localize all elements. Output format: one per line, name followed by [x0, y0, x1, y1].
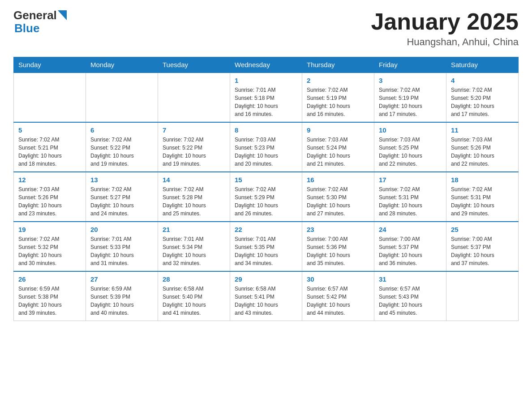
- day-cell: 30Sunrise: 6:57 AM Sunset: 5:42 PM Dayli…: [302, 271, 374, 321]
- day-info: Sunrise: 6:57 AM Sunset: 5:42 PM Dayligh…: [307, 285, 369, 317]
- col-saturday: Saturday: [446, 57, 519, 73]
- day-cell: [446, 271, 519, 321]
- day-number: 1: [235, 77, 297, 84]
- day-number: 31: [379, 275, 442, 283]
- day-info: Sunrise: 6:57 AM Sunset: 5:43 PM Dayligh…: [379, 285, 442, 317]
- day-info: Sunrise: 7:02 AM Sunset: 5:29 PM Dayligh…: [235, 185, 297, 218]
- header-row: Sunday Monday Tuesday Wednesday Thursday…: [14, 57, 519, 73]
- col-monday: Monday: [86, 57, 158, 73]
- day-cell: 20Sunrise: 7:01 AM Sunset: 5:33 PM Dayli…: [86, 222, 158, 271]
- day-number: 15: [235, 176, 297, 184]
- day-number: 14: [163, 176, 225, 184]
- day-info: Sunrise: 7:02 AM Sunset: 5:22 PM Dayligh…: [90, 136, 153, 168]
- logo-triangle-icon: [58, 10, 67, 20]
- col-tuesday: Tuesday: [158, 57, 230, 73]
- day-info: Sunrise: 7:03 AM Sunset: 5:26 PM Dayligh…: [451, 136, 514, 168]
- day-number: 22: [235, 226, 297, 233]
- day-info: Sunrise: 7:01 AM Sunset: 5:35 PM Dayligh…: [235, 235, 297, 267]
- day-number: 18: [451, 176, 514, 184]
- day-info: Sunrise: 6:59 AM Sunset: 5:38 PM Dayligh…: [18, 285, 81, 317]
- day-info: Sunrise: 7:00 AM Sunset: 5:37 PM Dayligh…: [379, 235, 442, 267]
- day-info: Sunrise: 7:03 AM Sunset: 5:23 PM Dayligh…: [235, 136, 297, 168]
- day-info: Sunrise: 7:00 AM Sunset: 5:36 PM Dayligh…: [307, 235, 369, 267]
- day-number: 5: [18, 126, 81, 134]
- calendar-body: 1Sunrise: 7:01 AM Sunset: 5:18 PM Daylig…: [14, 73, 519, 321]
- day-cell: 28Sunrise: 6:58 AM Sunset: 5:40 PM Dayli…: [158, 271, 230, 321]
- day-cell: [158, 73, 230, 122]
- day-number: 11: [451, 126, 514, 134]
- day-number: 2: [307, 77, 369, 84]
- day-number: 23: [307, 226, 369, 233]
- day-number: 16: [307, 176, 369, 184]
- day-number: 25: [451, 226, 514, 233]
- day-number: 26: [18, 275, 81, 283]
- day-info: Sunrise: 7:02 AM Sunset: 5:20 PM Dayligh…: [451, 86, 514, 118]
- day-cell: 22Sunrise: 7:01 AM Sunset: 5:35 PM Dayli…: [230, 222, 302, 271]
- day-cell: [14, 73, 86, 122]
- day-number: 13: [90, 176, 153, 184]
- title-block: January 2025 Huangshan, Anhui, China: [371, 9, 519, 48]
- day-cell: 9Sunrise: 7:03 AM Sunset: 5:24 PM Daylig…: [302, 122, 374, 172]
- day-info: Sunrise: 7:03 AM Sunset: 5:25 PM Dayligh…: [379, 136, 442, 168]
- day-number: 24: [379, 226, 442, 233]
- day-info: Sunrise: 7:02 AM Sunset: 5:30 PM Dayligh…: [307, 185, 369, 218]
- calendar-table: Sunday Monday Tuesday Wednesday Thursday…: [13, 57, 519, 321]
- col-friday: Friday: [374, 57, 446, 73]
- svg-marker-0: [58, 10, 67, 20]
- day-info: Sunrise: 6:58 AM Sunset: 5:40 PM Dayligh…: [163, 285, 225, 317]
- day-info: Sunrise: 7:02 AM Sunset: 5:22 PM Dayligh…: [163, 136, 225, 168]
- day-info: Sunrise: 7:02 AM Sunset: 5:28 PM Dayligh…: [163, 185, 225, 218]
- week-row-1: 1Sunrise: 7:01 AM Sunset: 5:18 PM Daylig…: [14, 73, 519, 122]
- day-info: Sunrise: 7:01 AM Sunset: 5:33 PM Dayligh…: [90, 235, 153, 267]
- day-cell: 4Sunrise: 7:02 AM Sunset: 5:20 PM Daylig…: [446, 73, 519, 122]
- day-number: 28: [163, 275, 225, 283]
- day-info: Sunrise: 7:02 AM Sunset: 5:31 PM Dayligh…: [379, 185, 442, 218]
- day-info: Sunrise: 7:00 AM Sunset: 5:37 PM Dayligh…: [451, 235, 514, 267]
- day-info: Sunrise: 7:02 AM Sunset: 5:19 PM Dayligh…: [379, 86, 442, 118]
- logo-general-text: General: [13, 9, 57, 22]
- day-number: 7: [163, 126, 225, 134]
- day-info: Sunrise: 6:59 AM Sunset: 5:39 PM Dayligh…: [90, 285, 153, 317]
- day-cell: 15Sunrise: 7:02 AM Sunset: 5:29 PM Dayli…: [230, 172, 302, 222]
- day-cell: 2Sunrise: 7:02 AM Sunset: 5:19 PM Daylig…: [302, 73, 374, 122]
- day-cell: 23Sunrise: 7:00 AM Sunset: 5:36 PM Dayli…: [302, 222, 374, 271]
- day-number: 10: [379, 126, 442, 134]
- day-cell: [86, 73, 158, 122]
- logo-blue-text: Blue: [14, 22, 39, 35]
- day-info: Sunrise: 7:02 AM Sunset: 5:32 PM Dayligh…: [18, 235, 81, 267]
- day-number: 6: [90, 126, 153, 134]
- col-sunday: Sunday: [14, 57, 86, 73]
- day-cell: 14Sunrise: 7:02 AM Sunset: 5:28 PM Dayli…: [158, 172, 230, 222]
- day-cell: 27Sunrise: 6:59 AM Sunset: 5:39 PM Dayli…: [86, 271, 158, 321]
- day-cell: 25Sunrise: 7:00 AM Sunset: 5:37 PM Dayli…: [446, 222, 519, 271]
- day-info: Sunrise: 7:03 AM Sunset: 5:24 PM Dayligh…: [307, 136, 369, 168]
- day-info: Sunrise: 6:58 AM Sunset: 5:41 PM Dayligh…: [235, 285, 297, 317]
- calendar-header: Sunday Monday Tuesday Wednesday Thursday…: [14, 57, 519, 73]
- week-row-5: 26Sunrise: 6:59 AM Sunset: 5:38 PM Dayli…: [14, 271, 519, 321]
- day-cell: 26Sunrise: 6:59 AM Sunset: 5:38 PM Dayli…: [14, 271, 86, 321]
- day-number: 20: [90, 226, 153, 233]
- day-cell: 7Sunrise: 7:02 AM Sunset: 5:22 PM Daylig…: [158, 122, 230, 172]
- day-cell: 18Sunrise: 7:02 AM Sunset: 5:31 PM Dayli…: [446, 172, 519, 222]
- day-cell: 19Sunrise: 7:02 AM Sunset: 5:32 PM Dayli…: [14, 222, 86, 271]
- day-cell: 6Sunrise: 7:02 AM Sunset: 5:22 PM Daylig…: [86, 122, 158, 172]
- day-cell: 3Sunrise: 7:02 AM Sunset: 5:19 PM Daylig…: [374, 73, 446, 122]
- day-info: Sunrise: 7:01 AM Sunset: 5:34 PM Dayligh…: [163, 235, 225, 267]
- calendar-subtitle: Huangshan, Anhui, China: [371, 36, 519, 48]
- day-cell: 11Sunrise: 7:03 AM Sunset: 5:26 PM Dayli…: [446, 122, 519, 172]
- col-thursday: Thursday: [302, 57, 374, 73]
- day-cell: 17Sunrise: 7:02 AM Sunset: 5:31 PM Dayli…: [374, 172, 446, 222]
- week-row-2: 5Sunrise: 7:02 AM Sunset: 5:21 PM Daylig…: [14, 122, 519, 172]
- day-number: 3: [379, 77, 442, 84]
- week-row-4: 19Sunrise: 7:02 AM Sunset: 5:32 PM Dayli…: [14, 222, 519, 271]
- day-cell: 21Sunrise: 7:01 AM Sunset: 5:34 PM Dayli…: [158, 222, 230, 271]
- day-info: Sunrise: 7:02 AM Sunset: 5:21 PM Dayligh…: [18, 136, 81, 168]
- calendar-title: January 2025: [371, 9, 519, 34]
- day-cell: 8Sunrise: 7:03 AM Sunset: 5:23 PM Daylig…: [230, 122, 302, 172]
- day-cell: 16Sunrise: 7:02 AM Sunset: 5:30 PM Dayli…: [302, 172, 374, 222]
- day-number: 30: [307, 275, 369, 283]
- week-row-3: 12Sunrise: 7:03 AM Sunset: 5:26 PM Dayli…: [14, 172, 519, 222]
- logo: General Blue: [13, 9, 67, 34]
- day-number: 12: [18, 176, 81, 184]
- day-number: 21: [163, 226, 225, 233]
